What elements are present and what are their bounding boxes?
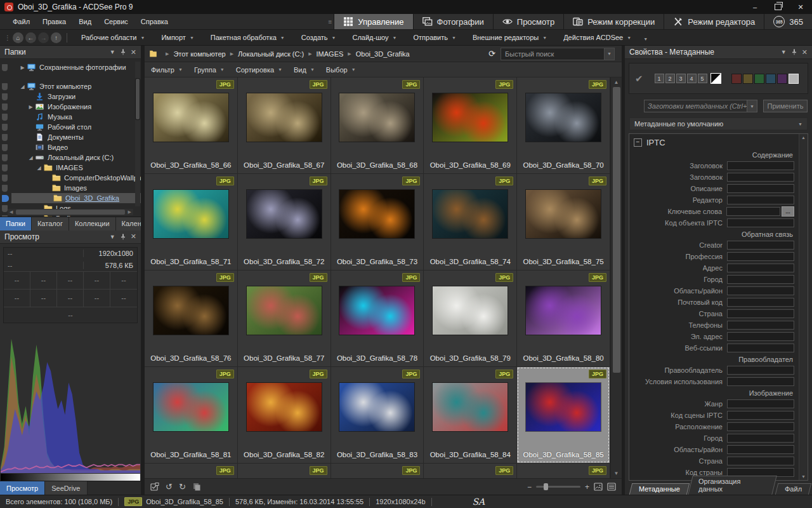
tag-check-icon[interactable]: ✔: [635, 73, 643, 84]
mode-tab-Режим коррекции[interactable]: Режим коррекции: [563, 14, 664, 29]
preview-pane-icon[interactable]: [594, 483, 603, 491]
thumbnail-Oboi_3D_Grafika_58_74[interactable]: JPGOboi_3D_Grafika_58_74: [424, 174, 517, 271]
field-input[interactable]: [727, 161, 794, 170]
field-input[interactable]: [727, 457, 794, 465]
expander-icon[interactable]: ▶: [27, 104, 34, 110]
thumbnail-Oboi_3D_Grafika_58_82[interactable]: JPGOboi_3D_Grafika_58_82: [238, 367, 331, 464]
toolbar-dropdown-Отправить[interactable]: Отправить▼: [405, 30, 464, 45]
rotate-left-icon[interactable]: ↺: [166, 482, 173, 491]
minimize-button[interactable]: –: [743, 0, 766, 14]
filter-Группа[interactable]: Группа▼: [194, 66, 231, 74]
pin-icon[interactable]: [121, 49, 126, 55]
mode-tab-Управление[interactable]: Управление: [334, 14, 412, 29]
field-input[interactable]: [727, 309, 794, 318]
thumbnail-Oboi_3D_Grafika_58_75[interactable]: JPGOboi_3D_Grafika_58_75: [517, 174, 610, 271]
pin-icon[interactable]: [121, 234, 126, 240]
close-panel-icon[interactable]: ✕: [131, 232, 136, 241]
tree-item-Локальный диск (C:)[interactable]: ◢Локальный диск (C:): [0, 152, 141, 163]
field-input[interactable]: [727, 377, 794, 386]
default-metadata-dropdown[interactable]: Метаданные по умолчанию ▼: [629, 117, 808, 130]
metadata-presets-combo[interactable]: Заготовки метаданных (Ctrl+M) ▼: [644, 100, 757, 112]
menu-Файл[interactable]: Файл: [6, 18, 36, 25]
sync-icon[interactable]: ⟳: [488, 49, 495, 58]
menu-Справка[interactable]: Справка: [134, 18, 174, 25]
filter-Фильтр[interactable]: Фильтр▼: [151, 66, 189, 74]
field-input[interactable]: [727, 332, 794, 341]
up-button[interactable]: ↑: [51, 32, 62, 43]
zoom-in-icon[interactable]: +: [585, 483, 589, 491]
field-input[interactable]: [727, 445, 794, 454]
tree-item-ComputerDesktopWallpapersC[interactable]: ComputerDesktopWallpapersC: [0, 173, 141, 183]
panel-menu-icon[interactable]: ▼: [781, 49, 787, 55]
tree-item-Документы[interactable]: Документы: [0, 132, 141, 142]
scrollbar-thumb[interactable]: [613, 87, 620, 373]
thumbnail-Oboi_3D_Grafika_58_72[interactable]: JPGOboi_3D_Grafika_58_72: [238, 174, 331, 271]
tab-Папки[interactable]: Папки: [0, 217, 32, 231]
toolbar-dropdown-Создать[interactable]: Создать▼: [293, 30, 344, 45]
scroll-right-icon[interactable]: ▶: [126, 210, 133, 215]
scrollbar-thumb[interactable]: [136, 79, 140, 119]
search-dropdown-icon[interactable]: ▼: [604, 48, 614, 60]
thumbnail-Oboi_3D_Grafika_58_67[interactable]: JPGOboi_3D_Grafika_58_67: [238, 77, 331, 174]
thumbnail-Oboi_3D_Grafika_58_80[interactable]: JPGOboi_3D_Grafika_58_80: [517, 271, 610, 367]
tab-Каталог[interactable]: Каталог: [32, 217, 69, 231]
tree-item-Рабочий стол[interactable]: Рабочий стол: [0, 122, 141, 132]
tree-item-Этот компьютер[interactable]: ◢Этот компьютер: [0, 81, 141, 91]
field-input[interactable]: [727, 184, 794, 193]
field-input[interactable]: [727, 218, 794, 227]
color-label-#2a5e33[interactable]: [754, 74, 764, 84]
grid-scrollbar[interactable]: ▲ ▼: [610, 77, 622, 478]
tree-scrollbar[interactable]: [135, 62, 140, 206]
filter-Вид[interactable]: Вид▼: [294, 66, 321, 74]
mode-tab-Фотографии[interactable]: Фотографии: [413, 14, 493, 29]
color-label-#5e2a28[interactable]: [731, 74, 742, 84]
toolbar-dropdown-Импорт[interactable]: Импорт▼: [153, 30, 202, 45]
export-icon[interactable]: [150, 483, 159, 491]
toolbar-dropdown-Слайд-шоу[interactable]: Слайд-шоу▼: [344, 30, 405, 45]
menu-Правка[interactable]: Правка: [36, 18, 72, 25]
toolbar-dropdown-Рабочие области[interactable]: Рабочие области▼: [73, 30, 153, 45]
thumbnail-partial[interactable]: JPG: [517, 464, 610, 478]
mode-tab-365[interactable]: 365365: [764, 14, 812, 29]
scroll-left-icon[interactable]: ◀: [8, 210, 15, 215]
tree-item-Музыка[interactable]: Музыка: [0, 112, 141, 122]
panel-menu-icon[interactable]: ▼: [110, 49, 115, 55]
tab-Файл[interactable]: Файл: [775, 483, 812, 495]
breadcrumb-segment[interactable]: Oboi_3D_Grafika: [356, 50, 410, 58]
expander-icon[interactable]: ◢: [27, 155, 34, 161]
tab-SeeDrive[interactable]: SeeDrive: [45, 481, 87, 495]
field-input[interactable]: [727, 264, 794, 272]
label-none-icon[interactable]: [710, 73, 721, 84]
mode-tab-Режим редактора[interactable]: Режим редактора: [664, 14, 764, 29]
tree-item-Загрузки[interactable]: Загрузки: [0, 91, 141, 102]
expander-icon[interactable]: ◢: [19, 84, 26, 90]
field-input[interactable]: [727, 344, 794, 352]
details-view-icon[interactable]: [607, 483, 616, 491]
apply-button[interactable]: Применить: [763, 100, 808, 112]
panel-menu-icon[interactable]: ▼: [110, 234, 115, 240]
copy-icon[interactable]: [192, 483, 201, 491]
field-input[interactable]: [726, 207, 780, 216]
rating-3[interactable]: 3: [676, 74, 686, 83]
menu-Сервис[interactable]: Сервис: [98, 18, 134, 25]
color-label-#2a4a5e[interactable]: [766, 74, 776, 84]
tab-Коллекции[interactable]: Коллекции: [69, 217, 116, 231]
field-input[interactable]: [727, 252, 794, 261]
expander-icon[interactable]: ◢: [36, 165, 43, 171]
toolbar-dropdown-Внешние редакторы[interactable]: Внешние редакторы▼: [464, 30, 555, 45]
tree-item-Сохраненные фотографии[interactable]: ▶Сохраненные фотографии: [0, 62, 141, 72]
search-input[interactable]: Быстрый поиск: [501, 48, 604, 60]
slider-knob[interactable]: [544, 483, 548, 490]
rotate-right-icon[interactable]: ↻: [179, 482, 186, 491]
thumbnail-partial[interactable]: JPG: [145, 464, 238, 478]
back-button[interactable]: ←: [25, 32, 36, 43]
field-input[interactable]: [727, 399, 794, 408]
thumbnail-Oboi_3D_Grafika_58_76[interactable]: JPGOboi_3D_Grafika_58_76: [145, 271, 238, 367]
thumbnail-Oboi_3D_Grafika_58_70[interactable]: JPGOboi_3D_Grafika_58_70: [517, 77, 610, 174]
expander-icon[interactable]: ▶: [19, 65, 26, 70]
toolbar-overflow-icon[interactable]: ▼: [639, 34, 652, 41]
tree-item-IMAGES[interactable]: ◢IMAGES: [0, 163, 141, 173]
thumbnail-Oboi_3D_Grafika_58_83[interactable]: JPGOboi_3D_Grafika_58_83: [331, 367, 424, 464]
scroll-up-icon[interactable]: ▲: [614, 77, 619, 87]
thumbnail-Oboi_3D_Grafika_58_71[interactable]: JPGOboi_3D_Grafika_58_71: [145, 174, 238, 271]
